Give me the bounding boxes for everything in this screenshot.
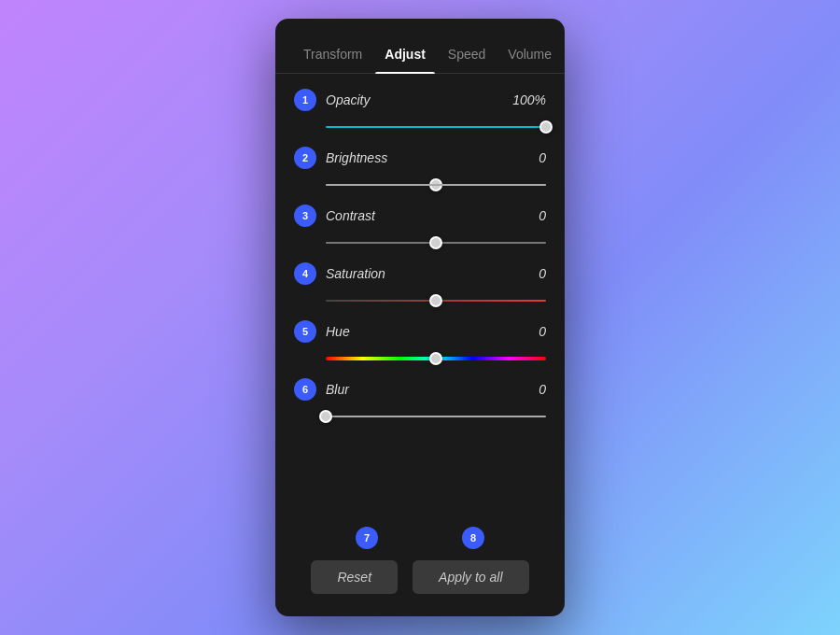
- badge-6: 6: [294, 378, 316, 401]
- tab-volume[interactable]: Volume: [498, 37, 561, 73]
- track-hue[interactable]: [326, 357, 546, 360]
- badge-5: 5: [294, 320, 316, 343]
- label-blur: Blur: [326, 382, 529, 397]
- value-brightness: 0: [539, 150, 546, 165]
- badge-4: 4: [294, 262, 316, 285]
- track-wrap-saturation: [326, 294, 546, 307]
- value-opacity: 100%: [512, 92, 546, 107]
- badge-7: 7: [356, 527, 378, 549]
- track-wrap-opacity: [326, 120, 546, 134]
- track-wrap-brightness: [326, 178, 546, 191]
- slider-row-brightness: 2 Brightness 0: [294, 147, 546, 191]
- label-contrast: Contrast: [326, 208, 529, 223]
- track-blur[interactable]: [326, 416, 546, 417]
- slider-row-opacity: 1 Opacity 100%: [294, 89, 546, 134]
- slider-row-blur: 6 Blur 0: [294, 378, 546, 423]
- track-opacity[interactable]: [326, 126, 546, 128]
- thumb-blur[interactable]: [319, 410, 332, 423]
- footer-badges: 7 8: [356, 527, 484, 549]
- tab-speed[interactable]: Speed: [439, 37, 495, 73]
- track-contrast[interactable]: [326, 242, 546, 244]
- thumb-saturation[interactable]: [429, 294, 442, 307]
- footer-buttons: Reset Apply to all: [311, 560, 528, 594]
- reset-button[interactable]: Reset: [311, 560, 398, 594]
- slider-row-hue: 5 Hue 0: [294, 320, 546, 365]
- track-wrap-contrast: [326, 236, 546, 249]
- thumb-contrast[interactable]: [429, 236, 442, 249]
- track-wrap-blur: [326, 410, 546, 423]
- thumb-brightness[interactable]: [429, 178, 442, 191]
- label-saturation: Saturation: [326, 266, 529, 281]
- badge-1: 1: [294, 89, 316, 111]
- badge-3: 3: [294, 205, 316, 227]
- thumb-opacity[interactable]: [539, 120, 553, 134]
- track-brightness[interactable]: [326, 184, 546, 186]
- value-contrast: 0: [539, 208, 546, 223]
- value-saturation: 0: [539, 266, 546, 281]
- label-brightness: Brightness: [326, 150, 529, 165]
- value-blur: 0: [539, 382, 546, 397]
- slider-row-contrast: 3 Contrast 0: [294, 205, 546, 249]
- tabs-bar: Transform Adjust Speed Volume: [275, 19, 565, 74]
- tab-adjust[interactable]: Adjust: [375, 37, 435, 73]
- thumb-hue[interactable]: [429, 352, 442, 365]
- main-panel: Transform Adjust Speed Volume 1 Opacity …: [275, 19, 565, 616]
- sliders-area: 1 Opacity 100% 2 Brightness 0: [275, 81, 565, 512]
- tab-transform[interactable]: Transform: [294, 37, 371, 73]
- track-wrap-hue: [326, 352, 546, 365]
- apply-to-all-button[interactable]: Apply to all: [413, 560, 528, 594]
- badge-8: 8: [462, 527, 484, 549]
- slider-row-saturation: 4 Saturation 0: [294, 262, 546, 307]
- label-hue: Hue: [326, 324, 529, 339]
- label-opacity: Opacity: [326, 92, 503, 107]
- badge-2: 2: [294, 147, 316, 169]
- value-hue: 0: [539, 324, 546, 339]
- footer: 7 8 Reset Apply to all: [275, 527, 565, 594]
- track-saturation[interactable]: [326, 300, 546, 302]
